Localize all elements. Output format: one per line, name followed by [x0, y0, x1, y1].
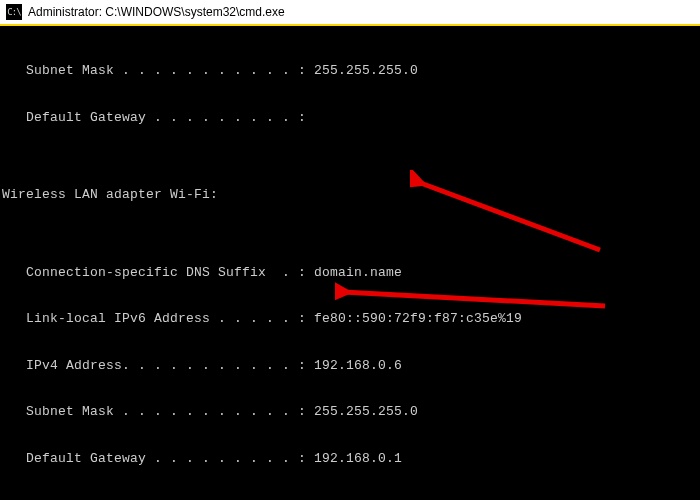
output-line: Subnet Mask . . . . . . . . . . . : 255.… — [2, 404, 698, 420]
output-line: Subnet Mask . . . . . . . . . . . : 255.… — [2, 63, 698, 79]
titlebar[interactable]: C:\ Administrator: C:\WINDOWS\system32\c… — [0, 0, 700, 26]
output-line: Link-local IPv6 Address . . . . . : fe80… — [2, 311, 698, 327]
output-line: Default Gateway . . . . . . . . . : — [2, 110, 698, 126]
terminal-output[interactable]: Subnet Mask . . . . . . . . . . . : 255.… — [0, 26, 700, 500]
output-line: Wireless LAN adapter Wi-Fi: — [2, 187, 698, 203]
cmd-icon: C:\ — [6, 4, 22, 20]
output-line: IPv4 Address. . . . . . . . . . . : 192.… — [2, 358, 698, 374]
window-title: Administrator: C:\WINDOWS\system32\cmd.e… — [28, 5, 285, 19]
output-line: Connection-specific DNS Suffix . : domai… — [2, 265, 698, 281]
output-line: Default Gateway . . . . . . . . . : 192.… — [2, 451, 698, 467]
